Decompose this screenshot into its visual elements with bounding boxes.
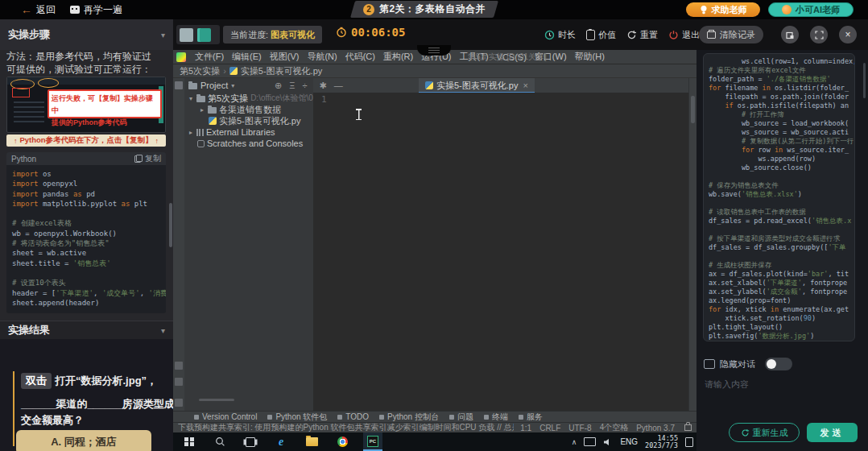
- chevron-down-icon: ▾: [161, 31, 165, 39]
- windows-taskbar: e PC ∧ ENG 14:55 2023/7/3: [173, 432, 696, 451]
- tray-expand-icon[interactable]: ∧: [572, 438, 577, 446]
- menu-help[interactable]: 帮助(H): [571, 51, 609, 63]
- speaker-icon[interactable]: [603, 438, 613, 446]
- settings-gear-icon[interactable]: ✱: [319, 81, 326, 91]
- tool-tab-python-packages[interactable]: Python 软件包: [267, 412, 327, 423]
- editor-scrollbar-thumb[interactable]: [691, 96, 695, 123]
- menu-refactor[interactable]: 重构(R): [379, 51, 417, 63]
- editor-area[interactable]: 1: [313, 93, 689, 411]
- tool-tab-version-control[interactable]: Version Control: [194, 412, 257, 421]
- fullscreen-button[interactable]: [810, 26, 828, 43]
- collapsed-arrow-icon[interactable]: ▸: [199, 106, 205, 114]
- tree-external-libraries-row[interactable]: ▸ External Libraries: [184, 126, 313, 138]
- collapsed-arrow-icon[interactable]: ▸: [188, 129, 194, 136]
- result-section-header[interactable]: 实操结果 ▾: [0, 321, 173, 339]
- menu-edit[interactable]: 编辑(E): [228, 51, 266, 63]
- send-button[interactable]: 发送: [807, 423, 858, 442]
- tool-tab-services[interactable]: 服务: [519, 412, 543, 423]
- back-button[interactable]: ← 返回: [21, 3, 56, 17]
- reset-item[interactable]: 重置: [626, 29, 658, 41]
- tab-close-icon[interactable]: ×: [523, 81, 527, 90]
- close-button[interactable]: ×: [839, 26, 857, 43]
- project-panel-hscrollbar[interactable]: [199, 399, 234, 401]
- line-ending[interactable]: CRLF: [539, 424, 560, 432]
- touch-keyboard-icon[interactable]: [584, 437, 596, 446]
- pycharm-taskbar-button[interactable]: PC: [363, 432, 382, 451]
- input-language[interactable]: ENG: [620, 437, 638, 446]
- chrome-button[interactable]: [333, 432, 352, 451]
- chat-input[interactable]: 请输入内容: [705, 379, 749, 391]
- search-button[interactable]: [210, 432, 229, 451]
- copy-code-button[interactable]: 复制: [134, 153, 161, 164]
- tool-tab-todo[interactable]: TODO: [337, 412, 369, 421]
- sidebar-scrollbar[interactable]: [169, 203, 172, 247]
- tool-tab-problems[interactable]: 问题: [449, 412, 473, 423]
- power-icon: [668, 30, 679, 40]
- task-view-button[interactable]: [241, 432, 260, 451]
- menu-navigate[interactable]: 导航(N): [303, 51, 341, 63]
- ai-teacher-button[interactable]: 小可AI老师: [768, 2, 854, 17]
- clear-records-button[interactable]: 清除记录: [699, 26, 763, 43]
- hide-chat-toggle[interactable]: [765, 358, 792, 370]
- expanded-arrow-icon[interactable]: ▾: [188, 95, 194, 102]
- interpreter[interactable]: Python 3.7: [636, 424, 675, 432]
- value-item[interactable]: 价值: [586, 29, 616, 41]
- quiz-option-a[interactable]: A. 同程；酒店: [16, 430, 151, 451]
- tool-stripe-icon[interactable]: [175, 399, 183, 407]
- breadcrumb-root[interactable]: 第5次实操: [180, 65, 220, 77]
- session-timer: 00:06:05: [336, 26, 405, 39]
- help-teacher-button[interactable]: 求助老师: [686, 2, 760, 17]
- project-stripe-icon[interactable]: [175, 81, 183, 89]
- menu-code[interactable]: 代码(C): [341, 51, 379, 63]
- editor-tab-active[interactable]: 实操5-图表可视化.py ×: [419, 78, 535, 93]
- left-tool-stripe: [173, 78, 185, 411]
- tree-folder-row[interactable]: ▸ 各渠道销售数据: [184, 104, 313, 115]
- line-number: 1: [321, 94, 327, 105]
- tool-tab-python-console[interactable]: Python 控制台: [379, 412, 439, 423]
- editor-tab-bar: 实操5-图表可视化.py ×: [313, 78, 689, 93]
- lock-icon[interactable]: [684, 424, 692, 431]
- chat-code-scrollbar[interactable]: [863, 63, 866, 98]
- exit-item[interactable]: 退出: [668, 29, 700, 41]
- internet-explorer-button[interactable]: e: [271, 432, 291, 451]
- tree-file-row[interactable]: 实操5-图表可视化.py: [184, 115, 313, 126]
- code-language-label: Python: [11, 155, 36, 163]
- services-icon: [519, 415, 523, 420]
- duration-item[interactable]: 时长: [544, 29, 576, 41]
- package-icon: [267, 415, 272, 420]
- tree-scratches-row[interactable]: Scratches and Consoles: [184, 138, 313, 149]
- todo-icon: [337, 415, 342, 420]
- remote-control-notch[interactable]: [417, 45, 451, 56]
- progress-step-done[interactable]: [180, 28, 193, 42]
- indent[interactable]: 4个空格: [600, 422, 629, 433]
- hide-panel-icon[interactable]: —: [334, 81, 343, 91]
- select-opened-file-icon[interactable]: ⊕: [275, 81, 282, 91]
- quiz-line-1-text: 打开“数据分析.jpg”，: [55, 374, 157, 387]
- caret-position[interactable]: 1:1: [520, 424, 531, 432]
- menu-file[interactable]: 文件(F): [191, 51, 228, 63]
- file-explorer-button[interactable]: [302, 432, 321, 451]
- collapse-all-icon[interactable]: Ξ: [289, 81, 295, 91]
- toggle-knob: [767, 359, 776, 369]
- tool-tab-terminal[interactable]: 终端: [484, 412, 508, 423]
- expand-all-icon[interactable]: ÷: [302, 81, 307, 91]
- regenerate-button[interactable]: 重新生成: [729, 423, 800, 442]
- structure-stripe-icon[interactable]: [175, 378, 183, 386]
- problems-icon: [449, 415, 454, 420]
- breadcrumb-file[interactable]: 实操5-图表可视化.py: [241, 65, 322, 77]
- window-restore-button[interactable]: [781, 26, 799, 43]
- favorites-stripe-icon[interactable]: [175, 362, 183, 370]
- chevron-down-icon: ▾: [231, 82, 234, 89]
- status-message[interactable]: 下载预构建共享索引: 使用预构建的Python 软件包共享索引减少索引编制时间和…: [178, 422, 514, 433]
- tree-scratches-label: Scratches and Consoles: [207, 139, 303, 148]
- timer-icon: [336, 27, 347, 38]
- relearn-button[interactable]: 再学一遍: [70, 3, 122, 17]
- tree-root-row[interactable]: ▾ 第5次实操 D:\office\体验馆\01完成\第5次实操: [184, 93, 313, 104]
- menu-view[interactable]: 视图(V): [266, 51, 304, 63]
- encoding[interactable]: UTF-8: [568, 424, 591, 432]
- start-button[interactable]: [180, 432, 199, 451]
- steps-panel-header[interactable]: 实操步骤 ▾: [0, 19, 173, 50]
- progress-step-current[interactable]: [197, 28, 211, 42]
- notification-center-icon[interactable]: [685, 437, 693, 447]
- taskbar-clock[interactable]: 14:55 2023/7/3: [645, 435, 678, 449]
